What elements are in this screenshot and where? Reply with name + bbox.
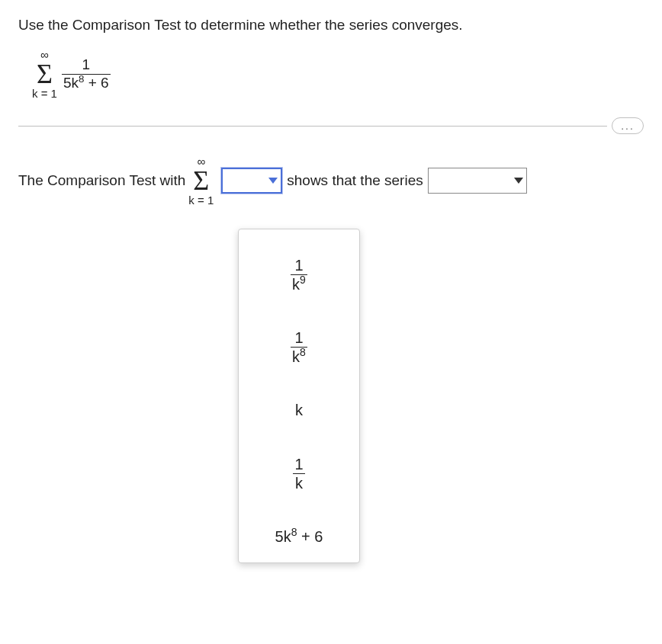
section-divider: ... — [18, 117, 644, 134]
sigma-block-inline: ∞ Σ k = 1 — [188, 155, 214, 206]
series-expression: ∞ Σ k = 1 1 5k8 + 6 — [32, 49, 644, 99]
numerator: 1 — [81, 57, 92, 73]
chevron-down-icon — [268, 178, 278, 184]
sigma-symbol-inline: Σ — [193, 167, 209, 194]
text-mid: shows that the series — [287, 172, 423, 189]
sigma-block: ∞ Σ k = 1 — [32, 49, 57, 99]
question-text: Use the Comparison Test to determine whe… — [18, 17, 644, 34]
text-pre: The Comparison Test with — [18, 172, 185, 189]
sigma-symbol: Σ — [37, 60, 53, 88]
chevron-down-icon — [514, 178, 523, 184]
answer-sentence: The Comparison Test with ∞ Σ k = 1 shows… — [18, 155, 644, 206]
sigma-lower: k = 1 — [32, 88, 57, 99]
convergence-dropdown[interactable] — [428, 168, 527, 194]
denominator: 5k8 + 6 — [62, 75, 111, 91]
comparison-series-dropdown[interactable] — [221, 168, 282, 194]
more-icon[interactable]: ... — [612, 117, 644, 134]
sigma-lower-inline: k = 1 — [188, 194, 214, 206]
series-fraction: 1 5k8 + 6 — [62, 57, 111, 91]
